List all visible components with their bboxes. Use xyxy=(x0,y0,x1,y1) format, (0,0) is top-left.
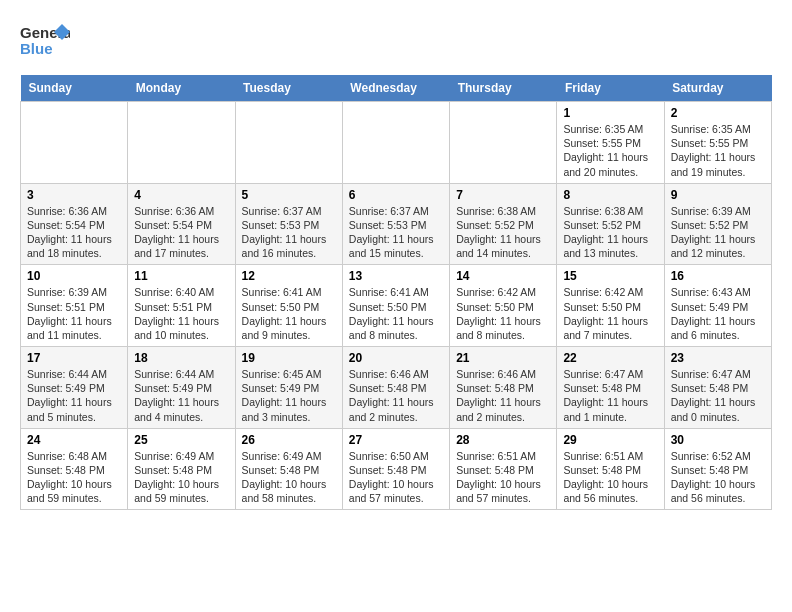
calendar-cell: 13Sunrise: 6:41 AM Sunset: 5:50 PM Dayli… xyxy=(342,265,449,347)
svg-text:Blue: Blue xyxy=(20,40,53,57)
day-info: Sunrise: 6:46 AM Sunset: 5:48 PM Dayligh… xyxy=(456,367,550,424)
calendar-cell: 29Sunrise: 6:51 AM Sunset: 5:48 PM Dayli… xyxy=(557,428,664,510)
day-info: Sunrise: 6:47 AM Sunset: 5:48 PM Dayligh… xyxy=(563,367,657,424)
day-number: 20 xyxy=(349,351,443,365)
calendar-table: SundayMondayTuesdayWednesdayThursdayFrid… xyxy=(20,75,772,510)
day-info: Sunrise: 6:50 AM Sunset: 5:48 PM Dayligh… xyxy=(349,449,443,506)
day-info: Sunrise: 6:43 AM Sunset: 5:49 PM Dayligh… xyxy=(671,285,765,342)
day-number: 26 xyxy=(242,433,336,447)
calendar-cell xyxy=(235,102,342,184)
day-info: Sunrise: 6:40 AM Sunset: 5:51 PM Dayligh… xyxy=(134,285,228,342)
calendar-cell: 15Sunrise: 6:42 AM Sunset: 5:50 PM Dayli… xyxy=(557,265,664,347)
day-info: Sunrise: 6:38 AM Sunset: 5:52 PM Dayligh… xyxy=(563,204,657,261)
calendar-cell: 27Sunrise: 6:50 AM Sunset: 5:48 PM Dayli… xyxy=(342,428,449,510)
day-number: 10 xyxy=(27,269,121,283)
calendar-cell: 8Sunrise: 6:38 AM Sunset: 5:52 PM Daylig… xyxy=(557,183,664,265)
calendar-cell: 25Sunrise: 6:49 AM Sunset: 5:48 PM Dayli… xyxy=(128,428,235,510)
day-number: 22 xyxy=(563,351,657,365)
calendar-cell: 23Sunrise: 6:47 AM Sunset: 5:48 PM Dayli… xyxy=(664,347,771,429)
day-info: Sunrise: 6:42 AM Sunset: 5:50 PM Dayligh… xyxy=(563,285,657,342)
calendar-week-row: 17Sunrise: 6:44 AM Sunset: 5:49 PM Dayli… xyxy=(21,347,772,429)
day-number: 12 xyxy=(242,269,336,283)
weekday-header: Monday xyxy=(128,75,235,102)
calendar-cell: 2Sunrise: 6:35 AM Sunset: 5:55 PM Daylig… xyxy=(664,102,771,184)
weekday-header: Sunday xyxy=(21,75,128,102)
day-number: 6 xyxy=(349,188,443,202)
day-info: Sunrise: 6:49 AM Sunset: 5:48 PM Dayligh… xyxy=(242,449,336,506)
day-info: Sunrise: 6:37 AM Sunset: 5:53 PM Dayligh… xyxy=(349,204,443,261)
day-number: 11 xyxy=(134,269,228,283)
day-number: 24 xyxy=(27,433,121,447)
day-number: 2 xyxy=(671,106,765,120)
logo: General Blue xyxy=(20,20,70,65)
calendar-cell: 9Sunrise: 6:39 AM Sunset: 5:52 PM Daylig… xyxy=(664,183,771,265)
day-number: 23 xyxy=(671,351,765,365)
calendar-cell: 14Sunrise: 6:42 AM Sunset: 5:50 PM Dayli… xyxy=(450,265,557,347)
calendar-cell: 21Sunrise: 6:46 AM Sunset: 5:48 PM Dayli… xyxy=(450,347,557,429)
day-info: Sunrise: 6:44 AM Sunset: 5:49 PM Dayligh… xyxy=(134,367,228,424)
calendar-header-row: SundayMondayTuesdayWednesdayThursdayFrid… xyxy=(21,75,772,102)
day-info: Sunrise: 6:35 AM Sunset: 5:55 PM Dayligh… xyxy=(563,122,657,179)
day-info: Sunrise: 6:45 AM Sunset: 5:49 PM Dayligh… xyxy=(242,367,336,424)
day-info: Sunrise: 6:41 AM Sunset: 5:50 PM Dayligh… xyxy=(242,285,336,342)
weekday-header: Tuesday xyxy=(235,75,342,102)
day-info: Sunrise: 6:39 AM Sunset: 5:52 PM Dayligh… xyxy=(671,204,765,261)
day-number: 3 xyxy=(27,188,121,202)
calendar-week-row: 3Sunrise: 6:36 AM Sunset: 5:54 PM Daylig… xyxy=(21,183,772,265)
calendar-cell: 7Sunrise: 6:38 AM Sunset: 5:52 PM Daylig… xyxy=(450,183,557,265)
day-number: 13 xyxy=(349,269,443,283)
day-info: Sunrise: 6:36 AM Sunset: 5:54 PM Dayligh… xyxy=(27,204,121,261)
day-number: 18 xyxy=(134,351,228,365)
calendar-cell: 28Sunrise: 6:51 AM Sunset: 5:48 PM Dayli… xyxy=(450,428,557,510)
day-info: Sunrise: 6:46 AM Sunset: 5:48 PM Dayligh… xyxy=(349,367,443,424)
day-info: Sunrise: 6:36 AM Sunset: 5:54 PM Dayligh… xyxy=(134,204,228,261)
day-number: 14 xyxy=(456,269,550,283)
day-info: Sunrise: 6:52 AM Sunset: 5:48 PM Dayligh… xyxy=(671,449,765,506)
day-number: 27 xyxy=(349,433,443,447)
day-info: Sunrise: 6:35 AM Sunset: 5:55 PM Dayligh… xyxy=(671,122,765,179)
day-number: 16 xyxy=(671,269,765,283)
calendar-cell: 16Sunrise: 6:43 AM Sunset: 5:49 PM Dayli… xyxy=(664,265,771,347)
day-info: Sunrise: 6:41 AM Sunset: 5:50 PM Dayligh… xyxy=(349,285,443,342)
weekday-header: Saturday xyxy=(664,75,771,102)
page-header: General Blue xyxy=(20,20,772,65)
weekday-header: Friday xyxy=(557,75,664,102)
calendar-cell: 18Sunrise: 6:44 AM Sunset: 5:49 PM Dayli… xyxy=(128,347,235,429)
weekday-header: Thursday xyxy=(450,75,557,102)
day-info: Sunrise: 6:51 AM Sunset: 5:48 PM Dayligh… xyxy=(456,449,550,506)
calendar-week-row: 10Sunrise: 6:39 AM Sunset: 5:51 PM Dayli… xyxy=(21,265,772,347)
calendar-cell: 3Sunrise: 6:36 AM Sunset: 5:54 PM Daylig… xyxy=(21,183,128,265)
calendar-cell xyxy=(342,102,449,184)
calendar-cell xyxy=(21,102,128,184)
day-number: 4 xyxy=(134,188,228,202)
day-info: Sunrise: 6:38 AM Sunset: 5:52 PM Dayligh… xyxy=(456,204,550,261)
calendar-week-row: 24Sunrise: 6:48 AM Sunset: 5:48 PM Dayli… xyxy=(21,428,772,510)
logo-svg: General Blue xyxy=(20,20,70,65)
day-number: 19 xyxy=(242,351,336,365)
calendar-cell xyxy=(450,102,557,184)
calendar-cell: 1Sunrise: 6:35 AM Sunset: 5:55 PM Daylig… xyxy=(557,102,664,184)
day-number: 25 xyxy=(134,433,228,447)
day-info: Sunrise: 6:44 AM Sunset: 5:49 PM Dayligh… xyxy=(27,367,121,424)
calendar-cell: 24Sunrise: 6:48 AM Sunset: 5:48 PM Dayli… xyxy=(21,428,128,510)
calendar-cell: 6Sunrise: 6:37 AM Sunset: 5:53 PM Daylig… xyxy=(342,183,449,265)
day-number: 17 xyxy=(27,351,121,365)
calendar-cell: 30Sunrise: 6:52 AM Sunset: 5:48 PM Dayli… xyxy=(664,428,771,510)
day-info: Sunrise: 6:37 AM Sunset: 5:53 PM Dayligh… xyxy=(242,204,336,261)
day-info: Sunrise: 6:48 AM Sunset: 5:48 PM Dayligh… xyxy=(27,449,121,506)
day-info: Sunrise: 6:42 AM Sunset: 5:50 PM Dayligh… xyxy=(456,285,550,342)
day-number: 29 xyxy=(563,433,657,447)
day-number: 5 xyxy=(242,188,336,202)
day-number: 7 xyxy=(456,188,550,202)
calendar-cell: 4Sunrise: 6:36 AM Sunset: 5:54 PM Daylig… xyxy=(128,183,235,265)
calendar-cell: 10Sunrise: 6:39 AM Sunset: 5:51 PM Dayli… xyxy=(21,265,128,347)
calendar-cell: 5Sunrise: 6:37 AM Sunset: 5:53 PM Daylig… xyxy=(235,183,342,265)
calendar-week-row: 1Sunrise: 6:35 AM Sunset: 5:55 PM Daylig… xyxy=(21,102,772,184)
calendar-cell: 17Sunrise: 6:44 AM Sunset: 5:49 PM Dayli… xyxy=(21,347,128,429)
day-info: Sunrise: 6:51 AM Sunset: 5:48 PM Dayligh… xyxy=(563,449,657,506)
day-number: 21 xyxy=(456,351,550,365)
calendar-cell xyxy=(128,102,235,184)
day-number: 28 xyxy=(456,433,550,447)
day-number: 15 xyxy=(563,269,657,283)
calendar-cell: 20Sunrise: 6:46 AM Sunset: 5:48 PM Dayli… xyxy=(342,347,449,429)
